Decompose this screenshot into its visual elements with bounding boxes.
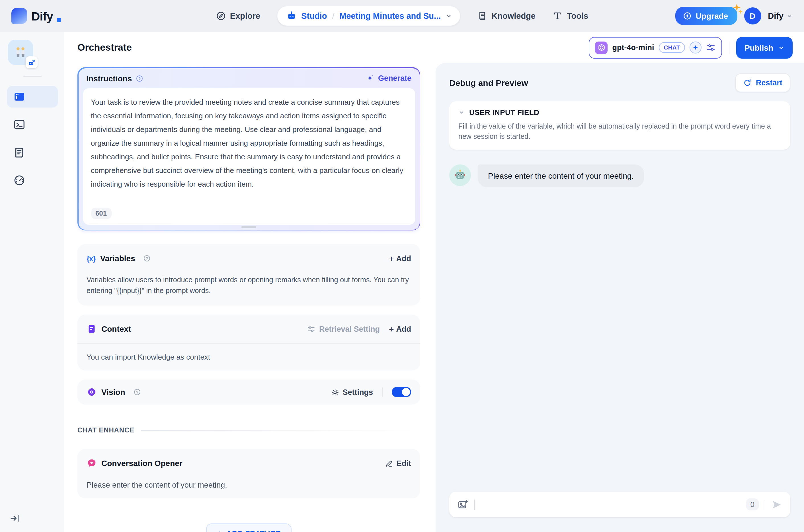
resize-handle[interactable] [241,226,256,228]
toolbar-right: gpt-4o-mini CHAT Publish [589,37,792,58]
upgrade-button[interactable]: Upgrade [675,7,737,25]
svg-text:?: ? [138,76,140,80]
book-icon [477,11,488,21]
instructions-panel-inner: Instructions ? Generate Your ta [78,68,419,230]
app-switcher-chevron-icon[interactable] [445,13,452,19]
add-variable-label: Add [396,254,412,263]
add-image-icon[interactable] [457,499,469,510]
add-feature-label: ADD FEATURE [226,529,281,532]
sidebar-item-monitoring[interactable] [7,170,58,191]
char-count-badge: 601 [91,207,111,219]
instructions-editor[interactable]: Your task is to review the provided meet… [83,88,415,225]
retrieval-setting-button[interactable]: Retrieval Setting [307,325,380,333]
vision-toggle-knob [402,388,410,396]
user-avatar[interactable]: D [744,7,761,24]
vision-title: Vision [102,387,125,397]
dify-logo[interactable]: Dify [12,8,61,24]
canvas: Orchestrate gpt-4o-mini CHAT [64,32,804,532]
header-nav: Explore Studio / Meeting Minutes and Su.… [182,6,622,25]
workspace: Orchestrate gpt-4o-mini CHAT [0,32,804,532]
vision-eye-icon [87,387,97,397]
features-diamond-icon[interactable] [690,41,702,54]
chat-composer: 0 [449,492,790,517]
context-header: Context Retrieval Setting + Add [87,322,411,336]
variables-title: Variables [100,254,135,263]
dify-logo-mark [12,8,27,24]
robot-icon [287,11,297,21]
instructions-header: Instructions ? Generate [78,68,419,88]
edit-opener-label: Edit [397,459,411,468]
send-icon[interactable] [771,499,782,510]
dify-logo-text: Dify [31,9,53,24]
variables-description: Variables allow users to introduce promp… [87,275,411,297]
svg-text:?: ? [136,390,138,394]
breadcrumb-studio[interactable]: Studio [301,12,327,20]
vision-help-icon[interactable]: ? [133,388,141,396]
chat-input[interactable] [480,499,740,510]
model-selector[interactable]: gpt-4o-mini CHAT [589,37,722,58]
app-icon[interactable] [8,40,33,65]
sparkle-small-icon [738,9,743,14]
vision-divider [382,387,383,397]
char-counter: 0 [746,498,759,510]
openai-logo-icon [595,41,608,54]
edit-opener-button[interactable]: Edit [385,459,411,468]
context-doc-icon [87,324,97,334]
conversation-opener-icon [87,458,97,468]
sidebar-item-api[interactable] [7,114,58,135]
model-name: gpt-4o-mini [613,43,654,52]
nav-knowledge[interactable]: Knowledge [477,11,535,21]
context-section: Context Retrieval Setting + Add [77,315,420,370]
add-context-button[interactable]: + Add [389,325,411,333]
publish-chevron-icon [778,44,785,51]
orchestrate-icon [13,91,25,103]
breadcrumb-app-name[interactable]: Meeting Minutes and Su... [340,12,441,20]
debug-header: Debug and Preview Restart [449,73,790,92]
header-left: Dify [12,8,182,24]
account-chevron-icon [786,13,792,19]
chat-enhance-line [141,430,420,431]
nav-tools[interactable]: Tools [553,11,588,21]
add-context-label: Add [396,325,412,333]
variables-header: {x} Variables ? + Add [87,251,411,266]
toolbar-divider [729,41,730,54]
publish-button[interactable]: Publish [736,37,792,58]
sidebar-item-logs[interactable] [7,142,58,163]
user-input-field-header[interactable]: USER INPUT FIELD [458,108,781,117]
user-input-field-description: Fill in the value of the variable, which… [458,121,781,142]
content: Instructions ? Generate Your ta [64,63,804,532]
vision-header: Vision ? Settings [87,385,411,399]
instructions-panel: Instructions ? Generate Your ta [77,67,420,230]
sidebar-item-orchestrate[interactable] [7,86,58,108]
nav-knowledge-label: Knowledge [491,12,535,20]
chatbot-badge-icon [25,56,38,68]
model-params-sliders-icon[interactable] [706,43,716,52]
terminal-icon [13,118,25,131]
nav-explore[interactable]: Explore [216,11,260,21]
collapse-chevron-icon [458,109,464,115]
account-menu[interactable]: Dify [768,12,792,20]
variables-help-icon[interactable]: ? [143,254,151,262]
restart-button[interactable]: Restart [735,73,790,92]
upgrade-gem-icon [683,12,692,20]
vision-toggle[interactable] [392,387,411,397]
restart-label: Restart [756,78,782,87]
two-people-icon [13,45,28,60]
chat-message-row: Please enter the content of your meeting… [449,165,790,187]
sidebar-nav [7,86,58,191]
instructions-help-icon[interactable]: ? [135,74,143,82]
tools-icon [553,11,563,21]
user-input-field-card: USER INPUT FIELD Fill in the value of th… [449,101,790,150]
collapse-sidebar-icon[interactable] [9,513,20,524]
upgrade-label: Upgrade [696,12,728,20]
svg-text:?: ? [146,256,148,261]
header-right: Upgrade D Dify [622,7,792,25]
add-variable-button[interactable]: + Add [389,254,411,263]
add-feature-button[interactable]: + ADD FEATURE [206,524,292,532]
generate-button[interactable]: Generate [366,74,412,82]
bot-avatar [449,165,471,186]
robot-face-icon [454,169,467,182]
assistant-message-bubble: Please enter the content of your meeting… [478,165,644,187]
add-feature-wrap: + ADD FEATURE [77,524,420,532]
vision-settings-button[interactable]: Settings [331,388,373,396]
